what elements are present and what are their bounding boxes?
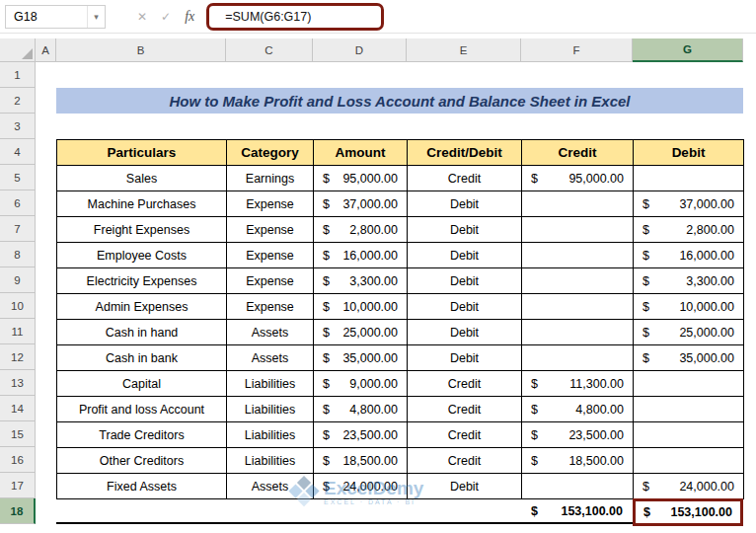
cell-credit-debit[interactable]: Debit <box>408 474 522 499</box>
cell-category[interactable]: Liabilities <box>227 448 314 474</box>
cell-debit[interactable] <box>634 422 744 448</box>
header-category[interactable]: Category <box>227 140 314 166</box>
cell-amount[interactable]: $4,800.00 <box>314 397 408 422</box>
cell-category[interactable]: Expense <box>227 243 314 268</box>
insert-function-icon[interactable]: fx <box>185 9 194 25</box>
cell-particulars[interactable]: Fixed Assets <box>57 474 227 499</box>
cell-debit[interactable]: $3,300.00 <box>634 268 744 294</box>
cell-credit-debit[interactable]: Credit <box>408 448 522 474</box>
row-header-9[interactable]: 9 <box>0 267 36 293</box>
column-header-A[interactable]: A <box>36 38 56 62</box>
cell-particulars[interactable]: Cash in bank <box>57 345 227 371</box>
cancel-icon[interactable]: ✕ <box>137 10 147 24</box>
cell-credit-debit[interactable]: Credit <box>408 397 522 422</box>
header-amount[interactable]: Amount <box>314 140 408 166</box>
cell-category[interactable]: Assets <box>227 474 314 499</box>
column-header-D[interactable]: D <box>313 38 407 62</box>
row-header-4[interactable]: 4 <box>0 139 36 165</box>
row-header-6[interactable]: 6 <box>0 190 36 216</box>
cell-amount[interactable]: $24,000.00 <box>314 474 408 499</box>
cell-credit[interactable] <box>522 345 634 371</box>
cell-credit-debit[interactable]: Debit <box>408 268 522 294</box>
cell-credit-debit[interactable]: Debit <box>408 294 522 320</box>
formula-input[interactable]: =SUM(G6:G17) <box>225 10 311 24</box>
cell-category[interactable]: Assets <box>227 345 314 371</box>
cell-category[interactable]: Liabilities <box>227 371 314 397</box>
cell-credit[interactable]: $95,000.00 <box>522 166 634 191</box>
row-header-17[interactable]: 17 <box>0 473 36 498</box>
cell-category[interactable]: Assets <box>227 320 314 345</box>
cell-amount[interactable]: $37,000.00 <box>314 191 408 217</box>
cell-particulars[interactable]: Trade Creditors <box>57 422 227 448</box>
header-credit[interactable]: Credit <box>522 140 634 166</box>
column-header-F[interactable]: F <box>521 38 633 62</box>
column-header-E[interactable]: E <box>407 38 521 62</box>
row-header-16[interactable]: 16 <box>0 447 36 473</box>
cell-amount[interactable]: $16,000.00 <box>314 243 408 268</box>
cell-amount[interactable]: $18,500.00 <box>314 448 408 474</box>
cell-credit-debit[interactable]: Debit <box>408 320 522 345</box>
row-header-12[interactable]: 12 <box>0 344 36 370</box>
cell-credit[interactable] <box>522 243 634 268</box>
cell-credit-debit[interactable]: Credit <box>408 166 522 191</box>
cell-amount[interactable]: $3,300.00 <box>314 268 408 294</box>
column-header-G[interactable]: G <box>633 38 743 62</box>
cell-category[interactable]: Liabilities <box>227 397 314 422</box>
cell-particulars[interactable]: Sales <box>57 166 227 191</box>
cell-amount[interactable]: $2,800.00 <box>314 217 408 243</box>
cell-debit[interactable]: $24,000.00 <box>634 474 744 499</box>
cell-credit-debit[interactable]: Debit <box>408 191 522 217</box>
cell-particulars[interactable]: Employee Costs <box>57 243 227 268</box>
cell-credit[interactable] <box>522 191 634 217</box>
cell-debit[interactable]: $35,000.00 <box>634 345 744 371</box>
cell-credit[interactable]: $18,500.00 <box>522 448 634 474</box>
cell-category[interactable]: Earnings <box>227 166 314 191</box>
cell-debit[interactable]: $16,000.00 <box>634 243 744 268</box>
cell-particulars[interactable]: Admin Expenses <box>57 294 227 320</box>
cell-amount[interactable]: $10,000.00 <box>314 294 408 320</box>
row-header-7[interactable]: 7 <box>0 216 36 242</box>
cell-particulars[interactable]: Capital <box>57 371 227 397</box>
title-banner[interactable]: How to Make Profit and Loss Account and … <box>56 88 743 114</box>
row-header-8[interactable]: 8 <box>0 242 36 267</box>
cell-credit[interactable]: $11,300.00 <box>522 371 634 397</box>
cell-category[interactable]: Expense <box>227 268 314 294</box>
header-credit-debit[interactable]: Credit/Debit <box>408 140 522 166</box>
cell-amount[interactable]: $25,000.00 <box>314 320 408 345</box>
cell-F18-total-credit[interactable]: $153,100.00 <box>521 498 633 524</box>
cell-debit[interactable] <box>634 166 744 191</box>
cell-category[interactable]: Expense <box>227 191 314 217</box>
cell-particulars[interactable]: Freight Expenses <box>57 217 227 243</box>
cell-credit-debit[interactable]: Debit <box>408 345 522 371</box>
cell-credit-debit[interactable]: Debit <box>408 243 522 268</box>
cell-debit[interactable]: $10,000.00 <box>634 294 744 320</box>
cell-credit[interactable] <box>522 320 634 345</box>
row-header-15[interactable]: 15 <box>0 421 36 447</box>
formula-input-area[interactable]: =SUM(G6:G17) <box>206 3 756 31</box>
cell-credit-debit[interactable]: Debit <box>408 217 522 243</box>
cell-debit[interactable] <box>634 397 744 422</box>
row-header-2[interactable]: 2 <box>0 88 36 114</box>
cell-amount[interactable]: $23,500.00 <box>314 422 408 448</box>
cell-debit[interactable] <box>634 448 744 474</box>
chevron-down-icon[interactable]: ▾ <box>87 6 105 28</box>
cell-amount[interactable]: $95,000.00 <box>314 166 408 191</box>
cell-credit[interactable] <box>522 217 634 243</box>
cell-credit[interactable] <box>522 474 634 499</box>
row-header-14[interactable]: 14 <box>0 396 36 421</box>
cell-debit[interactable]: $37,000.00 <box>634 191 744 217</box>
selected-cell-G18-total-debit[interactable]: $153,100.00 <box>633 498 743 526</box>
column-header-C[interactable]: C <box>226 38 313 62</box>
cell-credit-debit[interactable]: Credit <box>408 422 522 448</box>
row-header-11[interactable]: 11 <box>0 319 36 344</box>
cell-particulars[interactable]: Other Creditors <box>57 448 227 474</box>
cell-particulars[interactable]: Cash in hand <box>57 320 227 345</box>
cell-particulars[interactable]: Electricity Expenses <box>57 268 227 294</box>
cell-debit[interactable]: $2,800.00 <box>634 217 744 243</box>
cell-category[interactable]: Liabilities <box>227 422 314 448</box>
cell-credit[interactable] <box>522 268 634 294</box>
row-header-5[interactable]: 5 <box>0 165 36 190</box>
name-box[interactable]: G18 ▾ <box>5 5 106 29</box>
row-header-1[interactable]: 1 <box>0 62 36 88</box>
row-header-18[interactable]: 18 <box>0 498 36 524</box>
